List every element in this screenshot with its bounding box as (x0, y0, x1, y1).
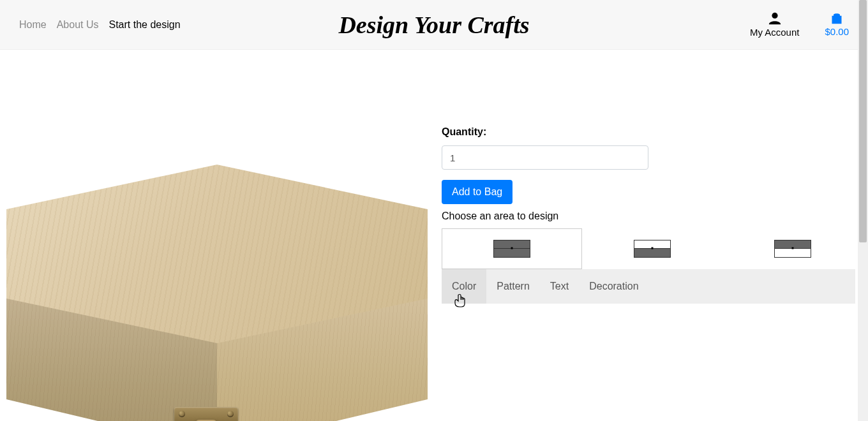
main-content: Quantity: Add to Bag Choose an area to d… (0, 50, 868, 421)
vertical-scrollbar[interactable] (858, 0, 868, 421)
quantity-input[interactable] (442, 145, 648, 170)
site-logo[interactable]: Design Your Crafts (338, 11, 529, 39)
area-option-bottom[interactable] (582, 228, 722, 269)
tab-pattern[interactable]: Pattern (486, 269, 540, 304)
nav-home[interactable]: Home (19, 19, 47, 31)
box-top-icon (774, 240, 811, 258)
area-option-full[interactable] (442, 228, 582, 269)
wooden-box-image (0, 165, 434, 421)
tab-text[interactable]: Text (540, 269, 579, 304)
header-right: My Account $0.00 (750, 11, 849, 38)
my-account-button[interactable]: My Account (750, 11, 800, 38)
header: Home About Us Start the design Design Yo… (0, 0, 868, 50)
product-config: Quantity: Add to Bag Choose an area to d… (442, 50, 863, 421)
tab-decoration[interactable]: Decoration (579, 269, 648, 304)
area-option-top[interactable] (722, 228, 863, 269)
user-icon (768, 11, 782, 26)
nav-start-design[interactable]: Start the design (109, 19, 181, 31)
design-tabs: Color Pattern Text Decoration (442, 269, 855, 304)
nav-about[interactable]: About Us (57, 19, 99, 31)
tab-color[interactable]: Color (442, 269, 486, 304)
box-bottom-icon (634, 240, 671, 258)
cart-amount: $0.00 (825, 26, 849, 37)
scrollbar-thumb[interactable] (859, 0, 867, 242)
add-to-bag-button[interactable]: Add to Bag (442, 180, 513, 204)
box-latch (165, 407, 248, 421)
account-label: My Account (750, 27, 800, 38)
box-full-icon (493, 240, 530, 258)
area-selector (442, 228, 863, 269)
product-preview (0, 50, 434, 421)
svg-point-0 (772, 13, 777, 18)
quantity-label: Quantity: (442, 126, 863, 138)
choose-area-label: Choose an area to design (442, 211, 863, 222)
main-nav: Home About Us Start the design (19, 19, 181, 31)
bag-icon (830, 12, 843, 25)
cart-button[interactable]: $0.00 (825, 12, 849, 37)
